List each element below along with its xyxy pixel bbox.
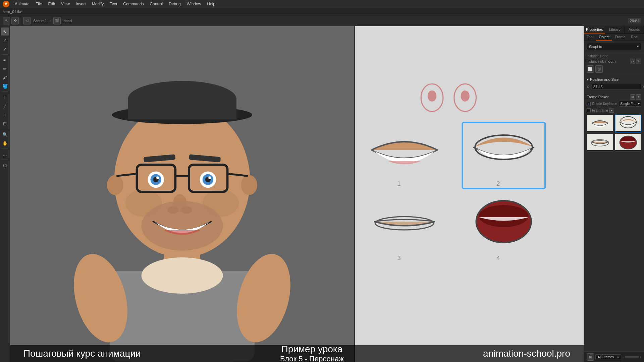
first-frame-checkbox[interactable] <box>587 108 591 112</box>
text-tool[interactable]: T <box>1 93 9 101</box>
position-inputs: X Y <box>587 84 641 90</box>
first-frame-label: First frame <box>592 109 608 112</box>
frames-grid-btn[interactable]: ⊞ <box>587 353 594 361</box>
collapse-icon[interactable]: ▾ <box>587 77 589 82</box>
tool-separator-3 <box>2 129 8 129</box>
graphic-type-dropdown[interactable]: Graphic ▾ <box>587 43 641 50</box>
frame-1-num: 1 <box>587 131 613 132</box>
pos-y-label: Y <box>643 85 644 89</box>
all-frames-dropdown[interactable]: All Frames ▾ <box>595 354 621 360</box>
tab-doc[interactable]: Doc <box>628 34 640 41</box>
menu-window[interactable]: Window <box>184 1 204 7</box>
tab-properties[interactable]: Properties <box>584 26 605 34</box>
menu-animate[interactable]: Animate <box>12 1 32 7</box>
frame-4-content <box>615 134 641 150</box>
zoom-minus-icon[interactable]: − <box>623 355 625 359</box>
color-effect-icon[interactable]: ⬜ <box>587 65 594 73</box>
mouth-variations-svg: 1 2 3 4 <box>355 26 584 362</box>
pen-tool[interactable]: ✒ <box>1 56 9 64</box>
zoom-slider[interactable] <box>625 356 639 358</box>
menu-control[interactable]: Control <box>147 1 166 7</box>
main-canvas[interactable] <box>10 26 354 362</box>
all-frames-row: ⊞ All Frames ▾ − + <box>584 352 644 362</box>
menu-bar: A Animate File Edit View Insert Modify T… <box>0 0 644 8</box>
menu-modify[interactable]: Modify <box>89 1 106 7</box>
back-button[interactable]: ◁ <box>23 17 31 24</box>
selection-tool[interactable]: ↖ <box>1 27 9 36</box>
frame-4-num: 4 <box>615 150 641 152</box>
menu-help[interactable]: Help <box>204 1 218 7</box>
tab-assets[interactable]: Assets <box>625 26 644 34</box>
subselection-tool[interactable]: ↗ <box>1 36 9 44</box>
menu-text[interactable]: Text <box>107 1 120 7</box>
select-tool[interactable]: ↖ <box>3 17 10 24</box>
svg-point-9 <box>107 175 123 195</box>
asset-tool[interactable]: ⬡ <box>1 161 9 169</box>
menu-insert[interactable]: Insert <box>73 1 89 7</box>
frame-thumb-1[interactable]: 1 <box>587 115 613 132</box>
tab-library[interactable]: Library <box>605 26 625 34</box>
toolbar-separator <box>21 17 21 24</box>
blend-mode-icon[interactable]: ⊞ <box>595 65 603 73</box>
frame-picker-title: Frame Picker <box>587 95 608 99</box>
tab-tool[interactable]: Tool <box>584 34 596 41</box>
fp-step-btn[interactable]: ▸ <box>609 108 614 113</box>
svg-point-38 <box>461 90 470 102</box>
eyedropper-tool[interactable]: ⌇ <box>1 111 9 119</box>
menu-view[interactable]: View <box>58 1 72 7</box>
create-keyframe-row: ✓ Create Keyframe Single Fr... ▾ <box>587 101 641 107</box>
all-frames-label: All Frames <box>598 355 614 359</box>
dropdown-arrow-icon-2: ▾ <box>638 102 640 106</box>
head-label: head <box>63 19 71 23</box>
frame-3-num: 3 <box>587 150 613 152</box>
position-size-title: Position and Size <box>590 77 619 81</box>
paint-bucket-tool[interactable]: 🪣 <box>1 82 9 90</box>
frames-grid: 1 2 <box>587 115 641 152</box>
svg-point-4 <box>142 257 223 294</box>
swap-icon-btn[interactable]: ⇄ <box>630 59 635 64</box>
create-keyframe-checkbox[interactable]: ✓ <box>587 102 591 106</box>
pos-x-group: X <box>587 84 641 90</box>
zoom-plus-icon[interactable]: + <box>639 355 641 359</box>
single-fr-dropdown[interactable]: Single Fr... ▾ <box>619 101 641 107</box>
svg-point-27 <box>208 176 211 179</box>
move-tool[interactable]: ✥ <box>11 17 19 24</box>
brush-tool[interactable]: 🖌 <box>1 73 9 81</box>
svg-point-42 <box>479 205 529 227</box>
instance-of-label: Instance of: <box>587 60 604 63</box>
position-size-section: ▾ Position and Size X Y <box>584 75 644 92</box>
edit-icon-btn[interactable]: ✎ <box>636 59 641 64</box>
frame-thumb-3[interactable]: 3 <box>587 134 613 152</box>
tab-frame[interactable]: Frame <box>612 34 628 41</box>
frame-2-num: 2 <box>615 131 641 132</box>
frame-thumb-4[interactable]: 4 <box>615 134 642 152</box>
zoom-tool[interactable]: 🔍 <box>1 130 9 138</box>
menu-debug[interactable]: Debug <box>166 1 183 7</box>
character-svg <box>10 26 354 362</box>
svg-point-10 <box>241 175 258 195</box>
menu-commands[interactable]: Commands <box>120 1 146 7</box>
more-tools[interactable]: … <box>1 150 9 158</box>
create-keyframe-label: Create Keyframe <box>592 102 618 106</box>
fp-options-btn[interactable]: ≡ <box>636 94 641 100</box>
hand-tool[interactable]: ✋ <box>1 139 9 147</box>
free-transform-tool[interactable]: ⤢ <box>1 45 9 53</box>
eraser-tool[interactable]: ◻ <box>1 119 9 127</box>
scene-label: Scene 1 <box>33 19 47 23</box>
graphic-type-label: Graphic <box>589 45 602 49</box>
secondary-canvas[interactable]: 1 2 3 4 <box>354 26 584 362</box>
dropdown-arrow-icon: ▾ <box>637 44 639 49</box>
fp-expand-btn[interactable]: ⊞ <box>630 94 635 100</box>
canvas-area: 1 2 3 4 Пошаговый курс анимации Пример у… <box>10 26 584 362</box>
instance-of-value: mouth <box>605 59 629 63</box>
line-tool[interactable]: ╱ <box>1 102 9 110</box>
menu-edit[interactable]: Edit <box>45 1 58 7</box>
tab-object[interactable]: Object <box>596 34 612 41</box>
pencil-tool[interactable]: ✏ <box>1 65 9 73</box>
pos-x-input[interactable] <box>592 84 641 90</box>
fp-controls: ⊞ ≡ <box>630 94 641 100</box>
menu-file[interactable]: File <box>33 1 45 7</box>
panel-tabs: Properties Library Assets <box>584 26 644 34</box>
frame-thumb-2[interactable]: 2 <box>615 115 642 132</box>
single-fr-label: Single Fr... <box>621 102 637 106</box>
